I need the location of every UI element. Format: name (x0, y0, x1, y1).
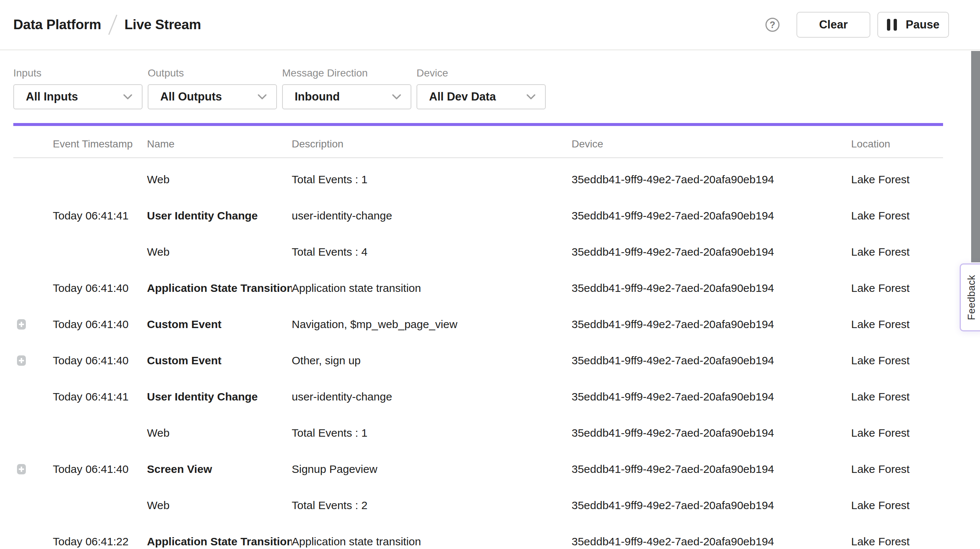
table-row[interactable]: Web Total Events : 4 35eddb41-9ff9-49e2-… (13, 234, 943, 270)
event-location-cell: Lake Forest (851, 161, 943, 198)
event-device-cell: 35eddb41-9ff9-49e2-7aed-20afa90eb194 (572, 161, 851, 198)
event-description-cell: Application state transition (292, 270, 572, 306)
feedback-tab-label: Feedback (966, 275, 977, 320)
outputs-dropdown-value: All Outputs (160, 90, 258, 104)
expand-row-button[interactable] (17, 319, 26, 330)
expander-cell (13, 270, 53, 306)
event-timestamp-cell (53, 234, 147, 270)
table-row[interactable]: Web Total Events : 1 35eddb41-9ff9-49e2-… (13, 415, 943, 451)
pause-button-label: Pause (906, 18, 939, 31)
event-table-body: Web Total Events : 1 35eddb41-9ff9-49e2-… (13, 158, 943, 549)
outputs-dropdown[interactable]: All Outputs (148, 84, 277, 109)
table-row[interactable]: Today 06:41:40 Application State Transit… (13, 270, 943, 306)
message-direction-dropdown[interactable]: Inbound (282, 84, 411, 109)
event-timestamp-cell: Today 06:41:40 (53, 270, 147, 306)
table-header-row: Event Timestamp Name Description Device … (13, 126, 943, 158)
event-name-cell: Custom Event (147, 343, 292, 379)
event-timestamp-cell: Today 06:41:40 (53, 451, 147, 487)
help-icon[interactable]: ? (765, 18, 780, 32)
event-location-cell: Lake Forest (851, 487, 943, 523)
expand-row-button[interactable] (17, 464, 26, 474)
inputs-dropdown[interactable]: All Inputs (13, 84, 143, 109)
event-location-cell: Lake Forest (851, 306, 943, 343)
event-location-cell: Lake Forest (851, 270, 943, 306)
spacer-row (13, 158, 943, 161)
filter-bar: Inputs All Inputs Outputs All Outputs Me… (0, 50, 980, 109)
event-name-cell: Application State Transition (147, 270, 292, 306)
event-timestamp-cell (53, 161, 147, 198)
table-row[interactable]: Today 06:41:40 Screen View Signup Pagevi… (13, 451, 943, 487)
device-dropdown-value: All Dev Data (429, 90, 527, 104)
event-location-cell: Lake Forest (851, 198, 943, 234)
breadcrumb: Data Platform Live Stream (13, 14, 201, 35)
location-column-header: Location (851, 126, 943, 158)
event-stream-table: Event Timestamp Name Description Device … (13, 126, 943, 549)
event-device-cell: 35eddb41-9ff9-49e2-7aed-20afa90eb194 (572, 234, 851, 270)
chevron-down-icon (123, 94, 132, 99)
event-description-cell: user-identity-change (292, 198, 572, 234)
table-row[interactable]: Web Total Events : 1 35eddb41-9ff9-49e2-… (13, 161, 943, 198)
expander-cell (13, 161, 53, 198)
expander-cell (13, 306, 53, 343)
event-name-cell: Custom Event (147, 306, 292, 343)
chevron-down-icon (258, 94, 267, 99)
event-device-cell: 35eddb41-9ff9-49e2-7aed-20afa90eb194 (572, 198, 851, 234)
expander-column-header (13, 126, 53, 158)
event-name-cell: Web (147, 487, 292, 523)
clear-button[interactable]: Clear (797, 12, 870, 38)
event-device-cell: 35eddb41-9ff9-49e2-7aed-20afa90eb194 (572, 487, 851, 523)
message-direction-dropdown-value: Inbound (295, 90, 392, 104)
event-device-cell: 35eddb41-9ff9-49e2-7aed-20afa90eb194 (572, 270, 851, 306)
event-location-cell: Lake Forest (851, 234, 943, 270)
table-row[interactable]: Today 06:41:40 Custom Event Other, sign … (13, 343, 943, 379)
event-name-cell: Web (147, 234, 292, 270)
device-column-header: Device (572, 126, 851, 158)
filter-device: Device All Dev Data (417, 67, 546, 109)
live-stream-page: Data Platform Live Stream ? Clear Pause … (0, 0, 980, 549)
filter-outputs-label: Outputs (148, 67, 277, 79)
breadcrumb-live-stream: Live Stream (124, 17, 201, 32)
filter-message-direction: Message Direction Inbound (282, 67, 411, 109)
filter-device-label: Device (417, 67, 546, 79)
event-timestamp-column-header: Event Timestamp (53, 126, 147, 158)
breadcrumb-separator-icon (108, 15, 118, 35)
expander-cell (13, 487, 53, 523)
table-row[interactable]: Today 06:41:40 Custom Event Navigation, … (13, 306, 943, 343)
filter-inputs: Inputs All Inputs (13, 67, 143, 109)
table-row[interactable]: Today 06:41:41 User Identity Change user… (13, 198, 943, 234)
event-description-cell: Navigation, $mp_web_page_view (292, 306, 572, 343)
table-row[interactable]: Today 06:41:22 Application State Transit… (13, 523, 943, 549)
event-name-cell: Application State Transition (147, 523, 292, 549)
event-location-cell: Lake Forest (851, 451, 943, 487)
event-device-cell: 35eddb41-9ff9-49e2-7aed-20afa90eb194 (572, 523, 851, 549)
event-device-cell: 35eddb41-9ff9-49e2-7aed-20afa90eb194 (572, 451, 851, 487)
table-row[interactable]: Today 06:41:41 User Identity Change user… (13, 379, 943, 415)
inputs-dropdown-value: All Inputs (26, 90, 123, 104)
expander-cell (13, 198, 53, 234)
expander-cell (13, 234, 53, 270)
event-name-cell: User Identity Change (147, 379, 292, 415)
expander-cell (13, 343, 53, 379)
expander-cell (13, 415, 53, 451)
event-location-cell: Lake Forest (851, 343, 943, 379)
feedback-tab[interactable]: Feedback (960, 263, 980, 331)
expand-row-button[interactable] (17, 356, 26, 366)
breadcrumb-data-platform[interactable]: Data Platform (13, 17, 101, 32)
description-column-header: Description (292, 126, 572, 158)
name-column-header: Name (147, 126, 292, 158)
expander-cell (13, 451, 53, 487)
event-timestamp-cell: Today 06:41:41 (53, 379, 147, 415)
event-description-cell: Application state transition (292, 523, 572, 549)
event-description-cell: Total Events : 2 (292, 487, 572, 523)
event-description-cell: Total Events : 1 (292, 415, 572, 451)
event-timestamp-cell: Today 06:41:40 (53, 306, 147, 343)
top-bar: Data Platform Live Stream ? Clear Pause (0, 0, 980, 50)
event-device-cell: 35eddb41-9ff9-49e2-7aed-20afa90eb194 (572, 306, 851, 343)
accent-bar (13, 123, 943, 126)
pause-button[interactable]: Pause (877, 12, 949, 38)
chevron-down-icon (527, 94, 535, 99)
event-timestamp-cell: Today 06:41:41 (53, 198, 147, 234)
table-row[interactable]: Web Total Events : 2 35eddb41-9ff9-49e2-… (13, 487, 943, 523)
vertical-scrollbar[interactable] (971, 51, 980, 262)
device-dropdown[interactable]: All Dev Data (417, 84, 546, 109)
